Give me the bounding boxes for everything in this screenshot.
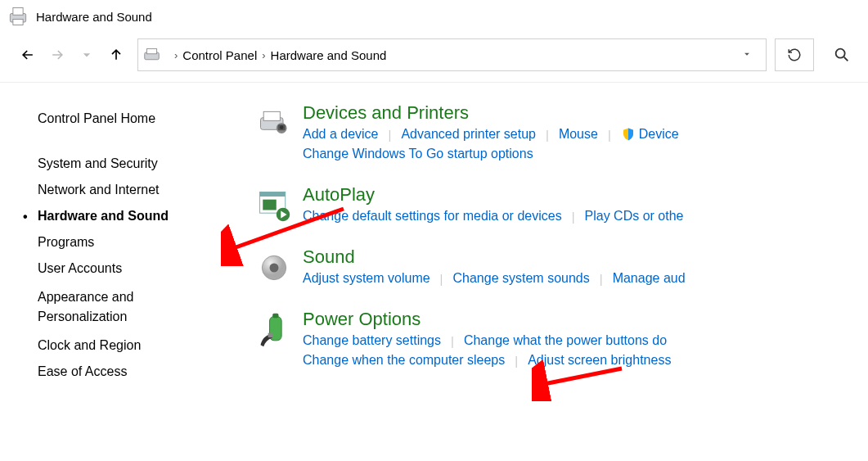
- svg-rect-13: [263, 200, 277, 210]
- breadcrumb[interactable]: › Control Panel › Hardware and Sound: [137, 38, 767, 71]
- task-change-windows-to-go[interactable]: Change Windows To Go startup options: [303, 147, 868, 161]
- titlebar: Hardware and Sound: [0, 0, 868, 33]
- chevron-right-icon: ›: [257, 49, 270, 61]
- back-button[interactable]: [15, 42, 41, 68]
- task-advanced-printer-setup[interactable]: Advanced printer setup: [401, 127, 536, 142]
- printer-icon: [7, 5, 29, 28]
- task-add-a-device[interactable]: Add a device: [303, 127, 379, 142]
- separator: |: [536, 128, 559, 142]
- category-sound: Sound Adjust system volume| Change syste…: [245, 246, 868, 291]
- devices-and-printers-link[interactable]: Devices and Printers: [303, 102, 868, 124]
- category-devices-and-printers: Devices and Printers Add a device| Advan…: [245, 102, 868, 166]
- svg-rect-12: [260, 192, 286, 197]
- sidebar-item-control-panel-home[interactable]: Control Panel Home: [38, 106, 245, 151]
- window-title: Hardware and Sound: [36, 10, 152, 24]
- sidebar-item-programs[interactable]: Programs: [38, 229, 245, 255]
- sound-link[interactable]: Sound: [303, 246, 868, 268]
- up-button[interactable]: [103, 42, 129, 68]
- task-device[interactable]: Device: [621, 127, 679, 142]
- separator: |: [598, 128, 621, 142]
- breadcrumb-icon: [143, 45, 166, 65]
- sound-icon: [245, 246, 303, 291]
- svg-rect-7: [263, 111, 280, 120]
- breadcrumb-item-control-panel[interactable]: Control Panel: [182, 48, 257, 62]
- chevron-right-icon: ›: [169, 49, 182, 61]
- task-change-battery-settings[interactable]: Change battery settings: [303, 333, 441, 348]
- sidebar-item-appearance-and-personalization[interactable]: Appearance and Personalization: [38, 282, 245, 332]
- separator: |: [590, 272, 613, 286]
- breadcrumb-dropdown-button[interactable]: [733, 48, 761, 62]
- svg-rect-18: [272, 314, 278, 319]
- search-button[interactable]: [822, 38, 861, 71]
- sidebar-item-hardware-and-sound[interactable]: Hardware and Sound: [38, 203, 245, 229]
- svg-point-5: [836, 49, 845, 58]
- sidebar-item-ease-of-access[interactable]: Ease of Access: [38, 359, 245, 385]
- svg-rect-4: [146, 48, 156, 53]
- breadcrumb-item-hardware-and-sound[interactable]: Hardware and Sound: [271, 48, 387, 62]
- task-play-cds[interactable]: Play CDs or othe: [585, 209, 684, 224]
- task-change-system-sounds[interactable]: Change system sounds: [453, 271, 590, 286]
- power-icon: [245, 309, 303, 373]
- autoplay-link[interactable]: AutoPlay: [303, 184, 868, 206]
- sidebar-item-clock-and-region[interactable]: Clock and Region: [38, 332, 245, 359]
- task-change-default-media-settings[interactable]: Change default settings for media or dev…: [303, 209, 562, 224]
- svg-point-16: [270, 264, 279, 273]
- sidebar-item-network-and-internet[interactable]: Network and Internet: [38, 177, 245, 203]
- separator: |: [379, 128, 402, 142]
- shield-icon: [621, 127, 636, 142]
- task-adjust-system-volume[interactable]: Adjust system volume: [303, 271, 430, 286]
- separator: |: [430, 272, 453, 286]
- separator: |: [562, 210, 585, 224]
- category-autoplay: AutoPlay Change default settings for med…: [245, 184, 868, 228]
- svg-point-10: [280, 125, 284, 129]
- recent-dropdown-button[interactable]: [74, 42, 100, 68]
- task-manage-audio[interactable]: Manage aud: [613, 271, 686, 286]
- refresh-button[interactable]: [775, 38, 814, 71]
- sidebar: Control Panel Home System and Security N…: [0, 97, 245, 391]
- content: Control Panel Home System and Security N…: [0, 83, 868, 391]
- task-change-power-buttons[interactable]: Change what the power buttons do: [464, 333, 667, 348]
- devices-icon: [245, 102, 303, 166]
- separator: |: [441, 334, 464, 348]
- task-adjust-screen-brightness[interactable]: Adjust screen brightness: [528, 353, 671, 368]
- separator: |: [505, 354, 528, 368]
- forward-button: [44, 42, 70, 68]
- sidebar-item-system-and-security[interactable]: System and Security: [38, 151, 245, 177]
- task-change-when-computer-sleeps[interactable]: Change when the computer sleeps: [303, 353, 505, 368]
- svg-rect-2: [13, 20, 23, 25]
- autoplay-icon: [245, 184, 303, 228]
- svg-rect-1: [13, 8, 23, 16]
- main: Devices and Printers Add a device| Advan…: [245, 97, 868, 391]
- category-power-options: Power Options Change battery settings| C…: [245, 309, 868, 373]
- svg-rect-19: [268, 333, 273, 338]
- sidebar-item-user-accounts[interactable]: User Accounts: [38, 255, 245, 282]
- power-options-link[interactable]: Power Options: [303, 309, 868, 330]
- address-bar: › Control Panel › Hardware and Sound: [0, 33, 868, 77]
- task-mouse[interactable]: Mouse: [559, 127, 598, 142]
